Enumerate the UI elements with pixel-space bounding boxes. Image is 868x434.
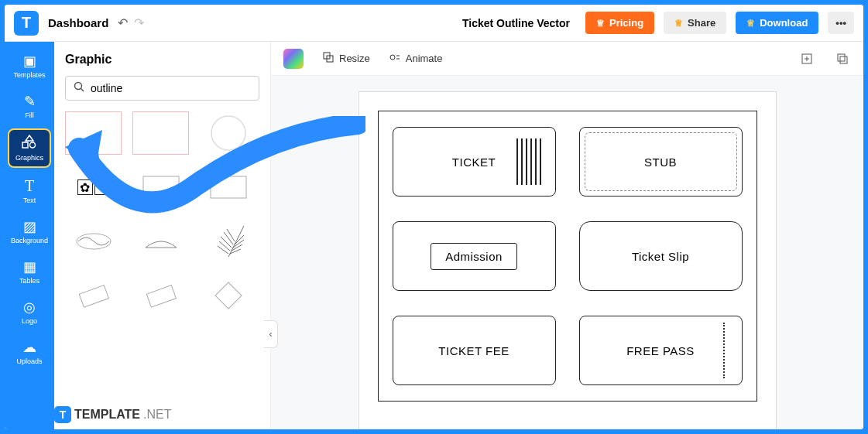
svg-line-11: [221, 237, 232, 248]
sidebar-item-templates[interactable]: ▣ Templates: [8, 48, 51, 84]
fill-icon: ✎: [24, 93, 36, 110]
resize-button[interactable]: Resize: [322, 51, 370, 66]
canvas-scroll[interactable]: TICKET STUB Admission Ticket Slip TICKET…: [271, 76, 863, 429]
svg-rect-29: [838, 54, 845, 61]
svg-line-3: [81, 89, 84, 92]
tables-icon: ▦: [23, 258, 36, 275]
crown-icon: ♕: [596, 18, 605, 29]
graphic-thumb[interactable]: [132, 220, 189, 263]
svg-rect-30: [840, 56, 847, 63]
crown-icon: ♕: [674, 18, 683, 29]
graphics-icon: [21, 135, 38, 152]
svg-rect-6: [211, 176, 246, 198]
svg-line-13: [227, 229, 235, 241]
graphic-thumb[interactable]: [65, 220, 122, 263]
graphic-thumb[interactable]: [132, 111, 189, 155]
graphic-thumb[interactable]: [200, 166, 256, 209]
pricing-button[interactable]: ♕Pricing: [585, 12, 654, 34]
watermark-logo: T: [54, 406, 71, 423]
share-button[interactable]: ♕Share: [664, 12, 726, 34]
canvas-area: Resize Animate TICKET STUB Admission Tic…: [271, 42, 863, 429]
svg-rect-19: [146, 285, 176, 308]
svg-rect-20: [215, 282, 242, 309]
more-button[interactable]: •••: [828, 12, 854, 34]
barcode-icon: [516, 138, 544, 185]
sidebar-item-fill[interactable]: ✎ Fill: [8, 88, 51, 124]
svg-point-4: [211, 116, 245, 150]
undo-button[interactable]: ↶: [118, 15, 128, 30]
ticket-shape[interactable]: Ticket Slip: [579, 221, 743, 291]
svg-point-1: [30, 142, 36, 148]
app-header: T Dashboard ↶ ↷ Ticket Outline Vector ♕P…: [5, 5, 863, 42]
svg-rect-18: [79, 285, 108, 308]
svg-line-12: [224, 232, 233, 244]
svg-line-10: [219, 241, 230, 251]
panel-title: Graphic: [65, 53, 259, 67]
sidebar-item-graphics[interactable]: Graphics: [8, 128, 51, 168]
svg-point-23: [390, 55, 395, 60]
ticket-shape[interactable]: FREE PASS: [579, 316, 743, 385]
svg-point-2: [75, 83, 82, 90]
redo-button[interactable]: ↷: [134, 15, 144, 30]
perforation-line: [723, 323, 725, 378]
svg-line-14: [230, 249, 241, 254]
sidebar-item-text[interactable]: T Text: [8, 173, 51, 209]
graphic-thumb[interactable]: [65, 274, 122, 317]
color-picker[interactable]: [283, 49, 304, 69]
ticket-shape[interactable]: TICKET FEE: [393, 316, 556, 385]
ticket-shape[interactable]: Admission: [393, 221, 556, 291]
graphic-panel: Graphic ✿: [54, 42, 271, 429]
dashboard-link[interactable]: Dashboard: [48, 16, 108, 29]
svg-rect-5: [143, 176, 179, 198]
graphic-thumb[interactable]: [132, 274, 189, 317]
graphic-thumb[interactable]: [132, 166, 189, 209]
animate-icon: [389, 51, 401, 66]
ticket-shape[interactable]: STUB: [579, 127, 743, 196]
search-input[interactable]: [91, 82, 251, 94]
graphic-thumb[interactable]: ✿: [65, 166, 122, 209]
uploads-icon: ☁: [22, 339, 36, 356]
graphic-thumb[interactable]: [200, 274, 256, 317]
watermark: T TEMPLATE.NET: [54, 406, 171, 423]
text-icon: T: [25, 177, 34, 195]
download-button[interactable]: ♕Download: [736, 12, 818, 34]
canvas-toolbar: Resize Animate: [271, 42, 863, 76]
collapse-panel-button[interactable]: ‹: [264, 320, 278, 348]
sidebar-item-logo[interactable]: ◎ Logo: [8, 294, 51, 330]
background-icon: ▨: [23, 218, 36, 235]
sidebar-item-tables[interactable]: ▦ Tables: [8, 254, 51, 289]
graphic-thumb[interactable]: [65, 111, 122, 155]
canvas-page[interactable]: TICKET STUB Admission Ticket Slip TICKET…: [359, 91, 777, 429]
duplicate-page-button[interactable]: [834, 50, 851, 67]
add-page-button[interactable]: [798, 50, 815, 67]
app-logo[interactable]: T: [14, 11, 39, 36]
sidebar-item-uploads[interactable]: ☁ Uploads: [8, 334, 51, 370]
logo-icon: ◎: [23, 299, 36, 316]
left-sidebar: ▣ Templates ✎ Fill Graphics T Text ▨ Bac…: [5, 42, 54, 429]
sidebar-item-background[interactable]: ▨ Background: [8, 214, 51, 249]
graphic-thumb[interactable]: [200, 220, 256, 263]
graphic-thumb[interactable]: [200, 111, 256, 155]
templates-icon: ▣: [23, 53, 36, 70]
crown-icon: ♕: [746, 18, 755, 29]
search-icon: [74, 81, 84, 95]
document-title: Ticket Outline Vector: [462, 17, 570, 29]
animate-button[interactable]: Animate: [389, 51, 443, 66]
search-box[interactable]: [65, 76, 259, 101]
svg-line-9: [218, 246, 228, 254]
graphic-grid: ✿: [65, 111, 259, 317]
svg-rect-0: [22, 142, 28, 148]
resize-icon: [322, 51, 335, 66]
ticket-shape[interactable]: TICKET: [393, 127, 556, 196]
